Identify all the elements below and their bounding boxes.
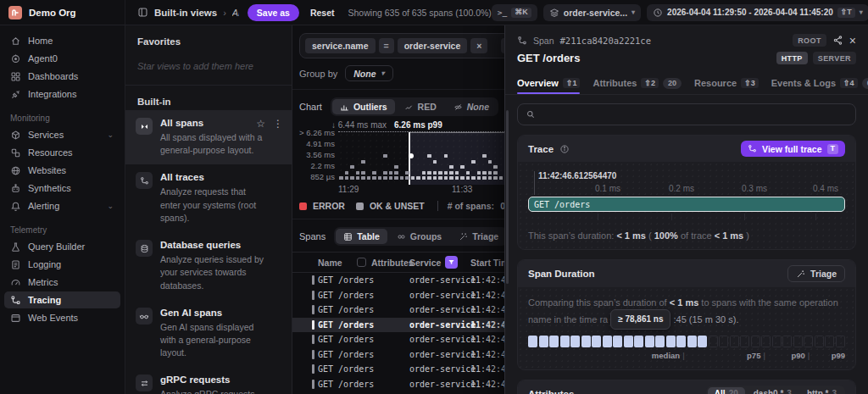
group-by-select[interactable]: None ▾ xyxy=(345,65,392,81)
views-icon xyxy=(137,7,148,18)
chevron-down-icon: ⌄ xyxy=(107,202,114,210)
attribute-filters: All20 dash0.*3 http.*3 xyxy=(706,386,845,394)
tab-events-logs[interactable]: Events & Logs⇧40 xyxy=(771,72,868,94)
grid-icon xyxy=(10,71,21,82)
span-bar[interactable]: GET /orders xyxy=(528,197,845,212)
median-label: median| xyxy=(652,351,685,360)
sidebar-item-label: Agent0 xyxy=(28,53,58,64)
star-icon[interactable]: ☆ xyxy=(256,118,265,130)
breadcrumb[interactable]: Built-in views › All spans xyxy=(125,7,239,18)
triage-button[interactable]: Triage xyxy=(787,265,845,282)
service-filter-icon[interactable] xyxy=(445,256,458,269)
eye-off-icon xyxy=(453,103,463,112)
sidebar-item-web-events[interactable]: Web Events xyxy=(4,309,120,326)
span-detail-header: Span #211ca8420a2221ce ROOT × GET /order… xyxy=(505,25,868,64)
status-indicator xyxy=(312,380,314,389)
save-as-button[interactable]: Save as xyxy=(248,4,299,21)
sidebar-item-tracing[interactable]: Tracing xyxy=(4,291,120,308)
view-item-all-traces[interactable]: All traces Analyze requests that enter y… xyxy=(125,164,292,232)
server-badge: SERVER xyxy=(813,52,856,64)
view-item-grpc-requests[interactable]: gRPC requests Analyze gRPC requests rece… xyxy=(125,367,292,394)
org-switcher[interactable]: Demo Org xyxy=(0,0,125,25)
panel-scrollbar[interactable] xyxy=(506,110,509,284)
sidebar-item-integrations[interactable]: Integrations xyxy=(4,86,120,103)
chevron-down-icon: ⌄ xyxy=(107,130,114,139)
wand-icon xyxy=(796,269,805,279)
sidebar-item-label: Dashboards xyxy=(28,71,78,81)
attr-filter-http[interactable]: http.*3 xyxy=(800,387,843,394)
sidebar-item-label: Services xyxy=(28,130,64,140)
sidebar-item-alerting[interactable]: Alerting ⌄ xyxy=(4,197,120,214)
tab-outliers[interactable]: Outliers xyxy=(332,99,395,114)
filter-operator[interactable]: = xyxy=(379,38,394,53)
beaker-icon xyxy=(10,241,21,252)
duration-histogram[interactable] xyxy=(528,336,845,347)
sidebar-item-query-builder[interactable]: Query Builder xyxy=(4,238,120,255)
tab-table[interactable]: Table xyxy=(336,229,387,244)
reset-button[interactable]: Reset xyxy=(310,8,335,18)
outliers-plot[interactable] xyxy=(338,131,506,182)
arrows-exchange-icon xyxy=(136,375,153,391)
view-full-trace-button[interactable]: View full trace T xyxy=(741,141,845,157)
share-icon[interactable] xyxy=(832,35,843,46)
sidebar-item-synthetics[interactable]: Synthetics xyxy=(4,180,120,197)
tab-resource[interactable]: Resource⇧3 xyxy=(694,72,759,94)
topbar-actions: >_ ⌘K order-service... ▾ 2026-04-04 11:2… xyxy=(492,4,868,21)
attr-filter-dash0[interactable]: dash0.*3 xyxy=(747,387,798,394)
sidebar-item-resources[interactable]: Resources xyxy=(4,144,120,161)
filter-key[interactable]: service.name xyxy=(305,38,376,53)
plug-icon xyxy=(10,89,21,100)
col-attributes[interactable]: Attributes xyxy=(371,258,414,268)
breadcrumb-current: All spans xyxy=(232,8,239,18)
view-item-database-queries[interactable]: Database queries Analyze queries issued … xyxy=(125,232,292,300)
tab-overview[interactable]: Overview⇧1 xyxy=(517,72,580,94)
sidebar-item-dashboards[interactable]: Dashboards xyxy=(4,68,120,85)
sidebar-item-metrics[interactable]: Metrics xyxy=(4,274,120,291)
view-item-gen-ai-spans[interactable]: Gen AI spans Gen AI spans displayed with… xyxy=(125,300,292,368)
span-id[interactable]: #211ca8420a2221ce xyxy=(560,36,651,46)
detail-search-input[interactable] xyxy=(517,103,856,125)
select-all-checkbox[interactable] xyxy=(357,258,366,267)
view-item-all-spans[interactable]: All spans All spans displayed with a gen… xyxy=(125,110,292,164)
tab-groups[interactable]: Groups xyxy=(389,229,449,244)
tab-triage[interactable]: Triage xyxy=(451,229,506,244)
col-service[interactable]: Service xyxy=(409,258,441,268)
attr-filter-all[interactable]: All20 xyxy=(708,387,745,394)
robot-icon xyxy=(10,183,21,194)
sidebar-item-services[interactable]: Services ⌄ xyxy=(4,126,120,143)
time-range-picker[interactable]: 2026-04-04 11:29:50 - 2026-04-04 11:45:2… xyxy=(647,4,868,21)
command-palette-button[interactable]: >_ ⌘K xyxy=(492,4,537,21)
tab-attributes[interactable]: Attributes⇧220 xyxy=(593,72,682,94)
tab-none[interactable]: None xyxy=(446,99,497,114)
p90-label: p90| xyxy=(791,351,810,360)
filter-value[interactable]: order-service xyxy=(398,38,468,53)
sidebar-item-logging[interactable]: Logging xyxy=(4,256,120,273)
close-icon[interactable]: × xyxy=(849,35,856,47)
chart-p99-annotation: 6.26 ms p99 xyxy=(394,120,442,130)
divider xyxy=(437,201,438,211)
tab-red[interactable]: RED xyxy=(397,99,444,114)
status-indicator xyxy=(312,275,314,285)
info-icon[interactable] xyxy=(559,144,570,154)
status-indicator xyxy=(312,335,314,344)
service-filter-dropdown[interactable]: order-service... ▾ xyxy=(543,4,641,21)
error-legend-label: ERROR xyxy=(313,201,345,211)
sidebar-item-label: Metrics xyxy=(28,277,58,287)
span-label: Span xyxy=(533,36,554,46)
group-by-value: None xyxy=(353,69,376,79)
sidebar-section-telemetry: Telemetry xyxy=(10,225,125,235)
sidebar-item-home[interactable]: Home xyxy=(4,32,120,49)
sidebar-item-label: Web Events xyxy=(28,313,78,323)
y-tick: > 6.26 ms xyxy=(299,128,335,137)
sidebar-item-websites[interactable]: Websites xyxy=(4,162,120,179)
filter-remove-icon[interactable]: × xyxy=(470,38,487,53)
sidebar-item-agent0[interactable]: Agent0 xyxy=(4,50,120,67)
trace-icon xyxy=(517,36,527,46)
y-tick: 2.2 ms xyxy=(299,161,335,170)
sidebar-item-label: Home xyxy=(28,36,53,46)
kebab-menu-icon[interactable]: ⋮ xyxy=(273,118,283,130)
view-description: Analyze gRPC requests received by servic… xyxy=(160,388,267,394)
spans-view-tabs: Table Groups Triage xyxy=(334,227,508,246)
view-title: Gen AI spans xyxy=(160,308,267,318)
view-description: Analyze requests that enter your systems… xyxy=(160,186,267,225)
